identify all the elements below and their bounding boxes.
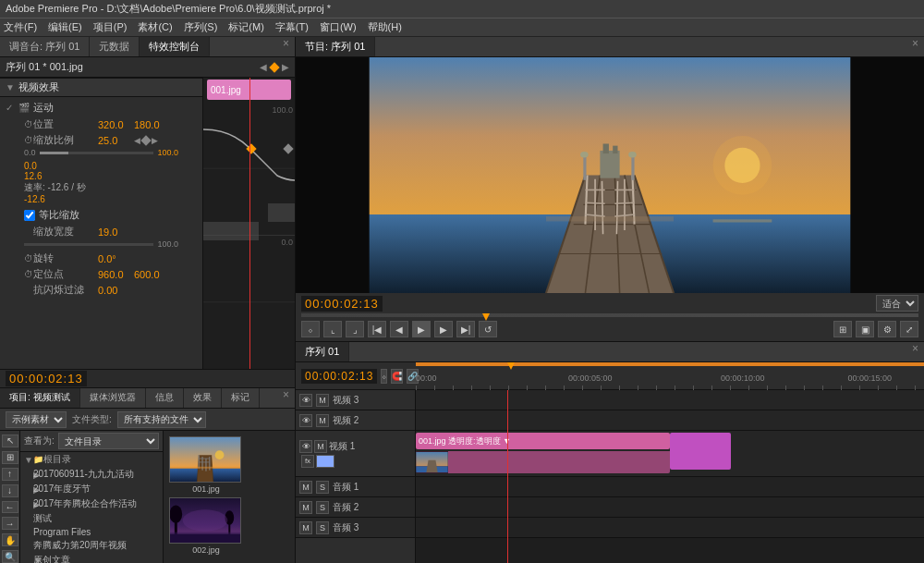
tool-nav-right[interactable]: →: [2, 517, 18, 530]
timeline-close[interactable]: ×: [906, 342, 924, 361]
btn-add-marker[interactable]: ⬦: [301, 321, 320, 337]
tool-hand[interactable]: ✋: [2, 533, 18, 546]
scale-nav-diamond[interactable]: [142, 135, 150, 146]
menu-clip[interactable]: 素材(C): [138, 20, 172, 34]
tool-nav-up[interactable]: ↑: [2, 468, 18, 481]
btn-go-in[interactable]: |◀: [368, 321, 386, 337]
velocity-label: 速率: -12.6 / 秒: [24, 181, 86, 194]
track-lock-v3[interactable]: M: [316, 394, 329, 407]
menu-title[interactable]: 字幕(T): [275, 20, 309, 34]
preview-controls: 00:00:02:13 适合 ⬦ ⌞ ⌟ |◀ ◀: [296, 293, 924, 341]
uniform-scale-checkbox[interactable]: [24, 210, 35, 221]
menu-help[interactable]: 帮助(H): [368, 20, 402, 34]
tl-btn-markers[interactable]: ⬦: [381, 369, 387, 384]
a1-track-content[interactable]: [416, 477, 924, 497]
tab-project[interactable]: 项目: 视频测试: [0, 388, 80, 408]
btn-full-screen[interactable]: ⤢: [900, 321, 918, 337]
menu-marker[interactable]: 标记(M): [228, 20, 264, 34]
tab-effects[interactable]: 效果: [184, 388, 222, 408]
menu-edit[interactable]: 编辑(E): [48, 20, 82, 34]
tool-zoom[interactable]: 🔍: [2, 550, 18, 563]
a3-track-content[interactable]: [416, 518, 924, 538]
track-solo-a2[interactable]: S: [316, 501, 329, 514]
tree-item-3[interactable]: 测试: [20, 511, 163, 526]
file-type-select[interactable]: 所有支持的文件: [117, 411, 206, 428]
motion-group-header[interactable]: ✓ 🎬 运动: [6, 99, 197, 116]
fit-select[interactable]: 适合: [876, 295, 918, 312]
keyframe-nav-right[interactable]: ▶: [282, 62, 289, 73]
tree-item-2[interactable]: ▶ 2017年奔腾校企合作活动: [20, 496, 163, 511]
btn-output-mode[interactable]: ▣: [856, 321, 874, 337]
keyframe-nav-diamond[interactable]: [271, 62, 278, 73]
a2-track-content[interactable]: [416, 497, 924, 518]
svg-rect-52: [583, 155, 586, 180]
v3-track-content[interactable]: [416, 390, 924, 410]
menu-window[interactable]: 窗口(W): [320, 20, 357, 34]
preview-scrubber[interactable]: [301, 313, 918, 317]
btn-go-out[interactable]: ▶|: [456, 321, 475, 337]
tree-item-6[interactable]: ▼ 原创文章: [20, 553, 163, 563]
view-select[interactable]: 文件目录: [58, 433, 159, 449]
tab-mixer[interactable]: 调音台: 序列 01: [0, 37, 90, 56]
tree-item-1[interactable]: ▶ 2017年度牙节: [20, 482, 163, 496]
track-eye-v3[interactable]: 👁: [299, 394, 312, 407]
tab-info[interactable]: 信息: [146, 388, 184, 408]
btn-set-out[interactable]: ⌟: [346, 321, 364, 337]
tab-metadata[interactable]: 元数据: [90, 37, 140, 56]
tool-select[interactable]: ↖: [2, 434, 18, 447]
preview-timecode: 00:00:02:13: [301, 296, 383, 312]
scale-slider[interactable]: [40, 152, 154, 154]
tree-item-5[interactable]: 奔腾威力第20周年视频: [20, 538, 163, 553]
tab-sequence[interactable]: 序列 01: [296, 342, 349, 361]
preview-close[interactable]: ×: [906, 37, 924, 56]
track-lock-v1[interactable]: M: [314, 440, 327, 453]
track-solo-a3[interactable]: S: [316, 521, 329, 534]
tab-markers[interactable]: 标记: [222, 388, 260, 408]
project-panel-close[interactable]: ×: [277, 388, 295, 408]
project-tabs: 项目: 视频测试 媒体浏览器 信息 效果 标记 ×: [0, 388, 295, 409]
btn-safe-margins[interactable]: ⊞: [833, 321, 852, 337]
track-mute-a2[interactable]: M: [299, 501, 312, 514]
media-item-002[interactable]: 002.jpg: [169, 497, 243, 555]
menu-file[interactable]: 文件(F): [4, 20, 37, 34]
btn-settings[interactable]: ⚙: [878, 321, 896, 337]
tab-media-browser[interactable]: 媒体浏览器: [80, 388, 146, 408]
track-eye-v2[interactable]: 👁: [299, 414, 312, 427]
tool-nav-left[interactable]: ←: [2, 501, 18, 514]
v1-track-content[interactable]: 001.jpg 透明度:透明度 ▼: [416, 431, 924, 477]
track-eye-v1[interactable]: 👁: [299, 440, 312, 453]
scale-nav-right[interactable]: ▶: [152, 136, 158, 145]
clip-v1-002[interactable]: [670, 433, 731, 470]
tab-program[interactable]: 节目: 序列 01: [296, 37, 375, 56]
tree-item-0[interactable]: ▶ 2017060911-九九九活动: [20, 467, 163, 482]
v2-track-content[interactable]: [416, 410, 924, 431]
tab-effects-controls[interactable]: 特效控制台: [140, 37, 210, 56]
media-item-001[interactable]: 001.jpg: [169, 436, 243, 494]
track-solo-a1[interactable]: S: [316, 481, 329, 494]
menu-project[interactable]: 项目(P): [93, 20, 128, 34]
tool-nav-down[interactable]: ↓: [2, 484, 18, 497]
track-fx-v1[interactable]: fx: [301, 455, 314, 468]
scalewidth-slider-row: 100.0: [6, 239, 197, 251]
btn-play[interactable]: ▶: [412, 321, 431, 337]
tool-grid[interactable]: ⊞: [2, 451, 18, 464]
track-mute-a3[interactable]: M: [299, 521, 312, 534]
tree-root[interactable]: ▼ 📁 根目录: [20, 452, 163, 467]
scalewidth-slider[interactable]: [24, 243, 153, 246]
btn-loop[interactable]: ↺: [479, 321, 497, 337]
clip-v1-001jpg[interactable]: 001.jpg 透明度:透明度 ▼: [416, 433, 670, 449]
effects-controls-close[interactable]: ×: [277, 37, 295, 56]
tl-btn-snap[interactable]: 🧲: [391, 369, 403, 384]
btn-step-fwd[interactable]: ▶: [434, 321, 453, 337]
track-lock-v2[interactable]: M: [316, 414, 329, 427]
track-color-v1[interactable]: [316, 455, 334, 468]
example-media-select[interactable]: 示例素材: [6, 411, 67, 428]
btn-step-back[interactable]: ◀: [390, 321, 408, 337]
preview-area: 节目: 序列 01 ×: [296, 37, 924, 342]
btn-set-in[interactable]: ⌞: [323, 321, 342, 337]
menu-sequence[interactable]: 序列(S): [184, 20, 218, 34]
keyframe-nav-left[interactable]: ◀: [260, 62, 267, 73]
ruler-0: 00:00: [416, 373, 437, 383]
tree-item-4[interactable]: Program Files: [20, 526, 163, 538]
track-mute-a1[interactable]: M: [299, 481, 312, 494]
